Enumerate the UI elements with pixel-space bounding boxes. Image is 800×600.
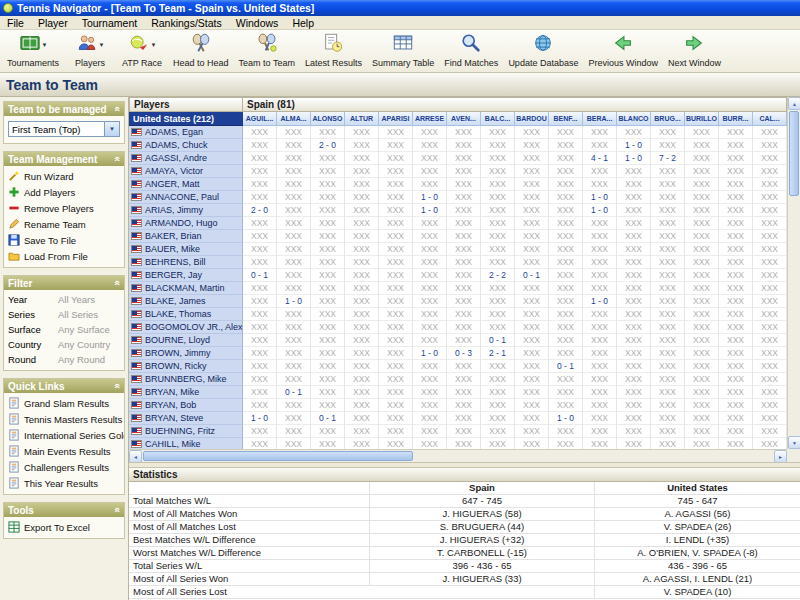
grid-cell[interactable]: XXX [685, 360, 719, 373]
grid-cell[interactable]: XXX [447, 373, 481, 386]
player-cell-bourne-lloyd[interactable]: BOURNE, Lloyd [129, 334, 243, 347]
grid-cell[interactable]: XXX [447, 243, 481, 256]
horizontal-scrollbar[interactable]: ◄► [129, 449, 787, 462]
grid-cell[interactable]: XXX [277, 412, 311, 425]
grid-cell[interactable]: XXX [583, 334, 617, 347]
menu-player[interactable]: Player [31, 16, 75, 29]
column-header-benf[interactable]: BENF... [549, 112, 583, 126]
grid-cell[interactable]: XXX [481, 165, 515, 178]
grid-cell[interactable]: XXX [345, 139, 379, 152]
grid-cell[interactable]: XXX [617, 399, 651, 412]
sidebar-item-save-to-file[interactable]: Save To File [4, 232, 124, 248]
grid-cell[interactable]: XXX [277, 204, 311, 217]
grid-cell[interactable]: XXX [685, 282, 719, 295]
grid-cell[interactable]: 1 - 0 [583, 191, 617, 204]
grid-cell[interactable]: XXX [379, 399, 413, 412]
grid-cell[interactable]: XXX [277, 334, 311, 347]
grid-cell[interactable]: XXX [719, 178, 753, 191]
grid-cell[interactable]: XXX [277, 178, 311, 191]
grid-cell[interactable]: XXX [481, 152, 515, 165]
grid-cell[interactable]: XXX [481, 178, 515, 191]
grid-cell[interactable]: XXX [413, 178, 447, 191]
grid-cell[interactable]: XXX [311, 178, 345, 191]
sidebar-item-main-events-results[interactable]: Main Events Results [4, 443, 124, 459]
grid-cell[interactable]: XXX [753, 243, 787, 256]
column-header-alma[interactable]: ALMA... [277, 112, 311, 126]
filter-country-value[interactable]: Any Country [58, 339, 110, 350]
grid-cell[interactable]: XXX [481, 438, 515, 449]
column-header-aparisi[interactable]: APARISI [379, 112, 413, 126]
menu-rankings-stats[interactable]: Rankings/Stats [144, 16, 229, 29]
grid-cell[interactable]: XXX [515, 347, 549, 360]
grid-cell[interactable]: XXX [243, 243, 277, 256]
grid-cell[interactable]: XXX [753, 139, 787, 152]
player-cell-blake-thomas[interactable]: BLAKE, Thomas [129, 308, 243, 321]
grid-cell[interactable]: XXX [651, 412, 685, 425]
grid-cell[interactable]: XXX [447, 321, 481, 334]
grid-cell[interactable]: XXX [651, 360, 685, 373]
grid-cell[interactable]: 2 - 1 [481, 347, 515, 360]
grid-cell[interactable]: 0 - 1 [277, 386, 311, 399]
menu-windows[interactable]: Windows [229, 16, 286, 29]
grid-cell[interactable]: XXX [413, 282, 447, 295]
grid-cell[interactable]: XXX [753, 178, 787, 191]
column-header-burr[interactable]: BURR... [719, 112, 753, 126]
grid-cell[interactable]: XXX [243, 321, 277, 334]
grid-cell[interactable]: XXX [345, 295, 379, 308]
grid-cell[interactable]: 1 - 0 [413, 347, 447, 360]
players-header[interactable]: Players [129, 97, 243, 112]
grid-cell[interactable]: XXX [685, 425, 719, 438]
grid-cell[interactable]: XXX [753, 425, 787, 438]
grid-cell[interactable]: XXX [413, 399, 447, 412]
player-cell-brown-jimmy[interactable]: BROWN, Jimmy [129, 347, 243, 360]
filter-year-value[interactable]: All Years [58, 294, 95, 305]
grid-cell[interactable]: XXX [311, 360, 345, 373]
grid-cell[interactable]: XXX [379, 126, 413, 139]
grid-cell[interactable]: XXX [515, 438, 549, 449]
column-header-bera[interactable]: BERA... [583, 112, 617, 126]
grid-cell[interactable]: XXX [345, 321, 379, 334]
grid-cell[interactable]: XXX [583, 256, 617, 269]
vertical-scrollbar[interactable]: ▲▼ [787, 97, 800, 449]
grid-cell[interactable]: XXX [753, 191, 787, 204]
column-header-alonso[interactable]: ALONSO [311, 112, 345, 126]
grid-cell[interactable]: XXX [515, 191, 549, 204]
dropdown-arrow-icon[interactable]: ▼ [42, 42, 48, 48]
grid-cell[interactable]: XXX [243, 165, 277, 178]
grid-cell[interactable]: XXX [651, 256, 685, 269]
grid-cell[interactable]: XXX [651, 282, 685, 295]
grid-cell[interactable]: XXX [345, 399, 379, 412]
grid-cell[interactable]: XXX [481, 360, 515, 373]
sidebar-item-tennis-masters-results[interactable]: Tennis Masters Results [4, 411, 124, 427]
grid-cell[interactable]: XXX [685, 191, 719, 204]
grid-cell[interactable]: 0 - 1 [549, 360, 583, 373]
grid-cell[interactable]: XXX [481, 321, 515, 334]
grid-cell[interactable]: XXX [617, 256, 651, 269]
toolbar-previous-window[interactable]: Previous Window [583, 31, 663, 71]
grid-cell[interactable]: XXX [685, 217, 719, 230]
grid-cell[interactable]: XXX [651, 204, 685, 217]
grid-cell[interactable]: XXX [481, 204, 515, 217]
player-cell-adams-egan[interactable]: ADAMS, Egan [129, 126, 243, 139]
grid-cell[interactable]: XXX [413, 295, 447, 308]
grid-cell[interactable]: XXX [243, 399, 277, 412]
grid-cell[interactable]: XXX [311, 204, 345, 217]
toolbar-players[interactable]: ▼Players [64, 31, 116, 71]
grid-cell[interactable]: XXX [379, 438, 413, 449]
grid-cell[interactable]: XXX [379, 178, 413, 191]
grid-cell[interactable]: XXX [719, 295, 753, 308]
grid-cell[interactable]: XXX [311, 217, 345, 230]
grid-cell[interactable]: XXX [277, 126, 311, 139]
grid-cell[interactable]: XXX [549, 204, 583, 217]
grid-cell[interactable]: XXX [243, 386, 277, 399]
grid-cell[interactable]: XXX [277, 308, 311, 321]
grid-cell[interactable]: XXX [549, 269, 583, 282]
left-team-header[interactable]: United States (212) [129, 112, 243, 126]
grid-cell[interactable]: XXX [345, 165, 379, 178]
grid-cell[interactable]: XXX [311, 308, 345, 321]
grid-cell[interactable]: XXX [617, 308, 651, 321]
grid-cell[interactable]: XXX [447, 139, 481, 152]
grid-cell[interactable]: XXX [685, 386, 719, 399]
grid-cell[interactable]: XXX [379, 321, 413, 334]
grid-cell[interactable]: XXX [447, 126, 481, 139]
